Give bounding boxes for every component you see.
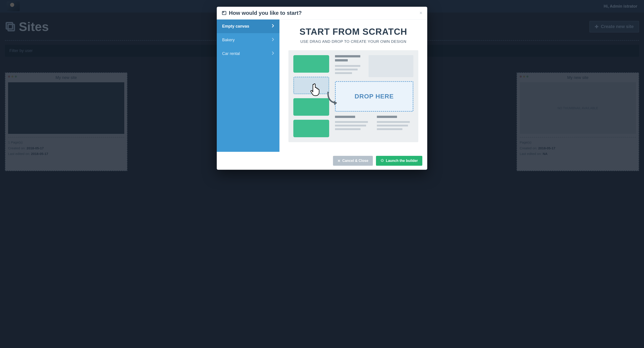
sidebar-item-car-rental[interactable]: Car rental — [217, 47, 280, 61]
close-icon: ✕ — [338, 159, 340, 163]
cancel-button[interactable]: ✕ Cancel & Close — [333, 156, 372, 166]
power-icon — [380, 158, 384, 163]
block-card — [293, 55, 329, 73]
window-icon — [222, 11, 226, 16]
arrow-icon — [326, 92, 339, 107]
block-card-dragging — [293, 77, 329, 94]
block-card — [293, 120, 329, 137]
modal-body: Empty canvas Bakery Car rental START FRO… — [217, 20, 427, 152]
modal-title-text: How would you like to start? — [229, 10, 302, 16]
chevron-right-icon — [272, 24, 274, 29]
launch-label: Launch the builder — [386, 159, 418, 163]
text-placeholder — [335, 116, 372, 130]
illustration-canvas: DROP HERE — [335, 55, 413, 137]
sidebar-item-label: Bakery — [222, 38, 235, 42]
modal-header: How would you like to start? × — [217, 7, 427, 20]
modal-title: How would you like to start? — [222, 10, 302, 16]
image-placeholder — [368, 55, 413, 77]
template-sidebar: Empty canvas Bakery Car rental — [217, 20, 280, 152]
start-modal: How would you like to start? × Empty can… — [217, 7, 427, 170]
svg-point-3 — [223, 12, 224, 12]
sidebar-item-empty-canvas[interactable]: Empty canvas — [217, 20, 280, 33]
modal-content: START FROM SCRATCH USE DRAG AND DROP TO … — [280, 20, 427, 152]
drop-label: DROP HERE — [355, 93, 394, 100]
illustration-blocks — [293, 55, 329, 137]
launch-builder-button[interactable]: Launch the builder — [376, 156, 422, 166]
text-placeholder — [377, 116, 413, 130]
chevron-right-icon — [272, 51, 274, 56]
content-subheading: USE DRAG AND DROP TO CREATE YOUR OWN DES… — [300, 40, 406, 44]
drop-zone: DROP HERE — [335, 81, 413, 112]
chevron-right-icon — [272, 38, 274, 42]
cancel-label: Cancel & Close — [342, 159, 368, 163]
content-heading: START FROM SCRATCH — [300, 27, 407, 37]
block-card — [293, 98, 329, 116]
text-placeholder — [335, 55, 363, 77]
hand-cursor-icon — [310, 83, 320, 96]
sidebar-item-bakery[interactable]: Bakery — [217, 33, 280, 47]
modal-footer: ✕ Cancel & Close Launch the builder — [217, 152, 427, 170]
sidebar-item-label: Empty canvas — [222, 24, 249, 29]
svg-point-4 — [224, 12, 224, 12]
illustration: DROP HERE — [288, 50, 418, 142]
close-icon[interactable]: × — [420, 11, 422, 16]
sidebar-item-label: Car rental — [222, 51, 240, 56]
